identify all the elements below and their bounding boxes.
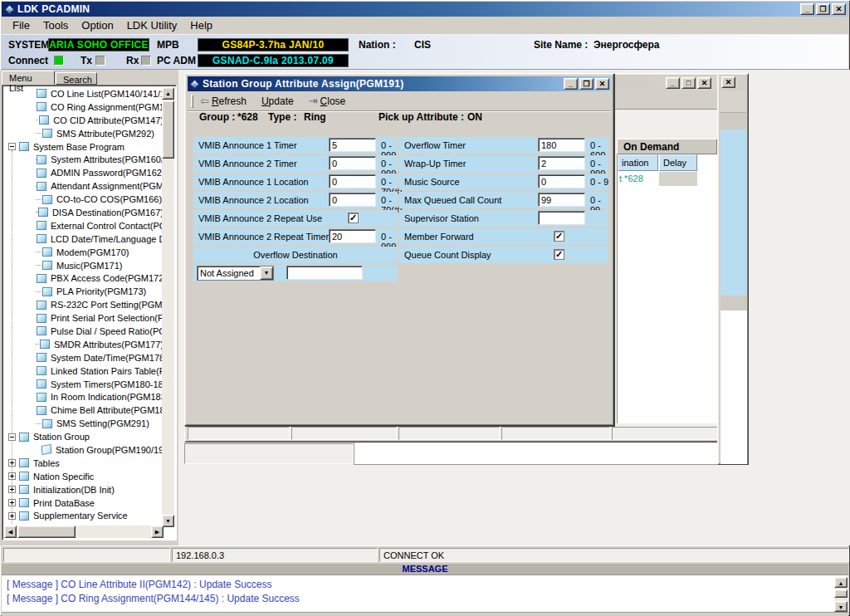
tree-item[interactable]: SMDR Attributes(PGM177)	[4, 338, 164, 351]
tree-item[interactable]: Linked Station Pairs Table(P	[4, 364, 164, 378]
tree-item[interactable]: In Room Indication(PGM183	[4, 390, 164, 403]
close-button[interactable]: ⇥Close	[309, 95, 346, 107]
minimize-icon[interactable]: _	[564, 78, 578, 90]
vmib-announce-1-location-field[interactable]	[329, 174, 376, 188]
tree-item[interactable]: Print DataBase	[4, 496, 164, 510]
menu-ldk-utility[interactable]: LDK Utility	[121, 17, 183, 33]
member-forward-checkbox[interactable]: ✓	[554, 231, 564, 242]
cube-icon	[19, 142, 29, 151]
max-queued-call-count-field[interactable]	[538, 193, 585, 207]
minimize-icon[interactable]: _	[800, 3, 814, 15]
tree-item[interactable]: External Control Contact(PC	[4, 219, 164, 232]
queue-count-display-checkbox[interactable]: ✓	[554, 249, 564, 260]
tree-item[interactable]: RS-232C Port Setting(PGM1	[4, 298, 164, 311]
mpb-version-value: GS84P-3.7ha JAN/10	[198, 38, 349, 51]
tree-item[interactable]: Print Serial Port Selection(P	[4, 311, 164, 325]
tree-item[interactable]: CO Line List(PGM140/141/1	[4, 87, 164, 100]
tree-connector	[36, 265, 42, 266]
tree-item[interactable]: Music(PGM171)	[4, 259, 164, 272]
menu-option[interactable]: Option	[76, 17, 119, 33]
tree-item[interactable]: Initialization(DB Init)	[4, 483, 164, 496]
update-button[interactable]: Update	[261, 95, 294, 107]
expand-icon[interactable]	[8, 472, 16, 480]
tree-hscrollbar[interactable]: ◀ ▶	[4, 526, 164, 538]
vmib-announce-2-repeat-use-checkbox[interactable]: ✓	[348, 213, 359, 223]
music-source-field[interactable]	[538, 174, 585, 188]
tree-item[interactable]: Station Group	[4, 430, 164, 443]
message-scrollbar[interactable]: ▲ ▼	[834, 577, 848, 612]
scroll-left-icon[interactable]: ◀	[4, 526, 17, 538]
maximize-icon[interactable]: □	[681, 77, 696, 89]
tree-item[interactable]: DISA Destination(PGM167)	[4, 206, 164, 219]
tree-item[interactable]: Station Group(PGM190/191	[4, 443, 164, 457]
tree-item[interactable]: PBX Access Code(PGM172)	[4, 271, 164, 285]
tree-item[interactable]: CO CID Attribute(PGM147)	[4, 114, 164, 127]
tree-item[interactable]: CO Ring Assignment(PGM14	[4, 100, 164, 114]
tree-item[interactable]: Modem(PGM170)	[4, 246, 164, 259]
tree-item[interactable]: System Base Program	[4, 140, 164, 154]
tree-vscrollbar[interactable]: ▲ ▼	[162, 87, 174, 527]
column-header-destination[interactable]: ination	[618, 154, 658, 171]
tree-item[interactable]: LCD Date/Time/Language D	[4, 232, 164, 246]
close-icon[interactable]: ✕	[832, 3, 846, 15]
tree-item[interactable]: Chime Bell Attribute(PGM18	[4, 403, 164, 417]
menu-help[interactable]: Help	[184, 17, 218, 33]
toolbar-grip[interactable]	[191, 95, 193, 108]
tree-vscroll-thumb[interactable]	[162, 100, 174, 159]
close-icon[interactable]: ✕	[697, 77, 711, 89]
scroll-down-icon[interactable]: ▼	[162, 515, 174, 527]
tree-hscroll-thumb[interactable]	[17, 526, 76, 538]
overflow-destination-extra-field[interactable]	[286, 266, 363, 280]
tree-item[interactable]: System Timers(PGM180-182	[4, 378, 164, 391]
tree-connector	[36, 252, 42, 252]
scroll-up-icon[interactable]: ▲	[834, 577, 848, 588]
overflow-timer-field[interactable]	[538, 138, 585, 152]
scroll-right-icon[interactable]: ▶	[151, 526, 164, 538]
form-row: VMIB Announce 2 Timer0 - 999	[193, 155, 398, 172]
tree-item[interactable]: Nation Specific	[4, 470, 164, 483]
expand-icon[interactable]	[8, 512, 16, 520]
expand-icon[interactable]	[8, 459, 16, 467]
restore-icon[interactable]: ❐	[579, 78, 594, 90]
menu-tools[interactable]: Tools	[37, 17, 74, 33]
collapse-icon[interactable]	[8, 143, 16, 150]
message-scroll-thumb[interactable]	[834, 589, 848, 598]
expand-icon[interactable]	[8, 499, 16, 506]
scroll-up-icon[interactable]: ▲	[162, 87, 174, 100]
tree-item[interactable]: CO-to-CO COS(PGM166)	[4, 193, 164, 206]
wrap-up-timer-field[interactable]	[538, 156, 585, 170]
close-icon[interactable]: ✕	[595, 78, 609, 90]
vmib-announce-2-location-field[interactable]	[329, 193, 376, 207]
tree-item[interactable]: Supplementary Service	[4, 510, 164, 523]
vmib-announce-2-timer-field[interactable]	[329, 156, 376, 170]
tree-item[interactable]: System Date/Time(PGM178)	[4, 351, 164, 364]
table-row-delay-cell[interactable]	[659, 172, 697, 186]
collapse-icon[interactable]	[8, 433, 16, 441]
tree-item[interactable]: SMS Setting(PGM291)	[4, 417, 164, 430]
tree-item-label: Initialization(DB Init)	[33, 485, 115, 495]
restore-icon[interactable]: ❐	[816, 3, 830, 15]
vmib-announce-1-timer-field[interactable]	[329, 138, 376, 152]
tree-connector	[36, 423, 42, 424]
supervisor-station-field[interactable]	[538, 211, 585, 225]
tree-item[interactable]: System Attributes(PGM160/	[4, 153, 164, 166]
scroll-down-icon[interactable]: ▼	[834, 601, 848, 612]
tree-item[interactable]: SMS Attribute(PGM292)	[4, 127, 164, 140]
overflow-destination-select[interactable]: Not Assigned▼	[197, 266, 274, 281]
tree-item[interactable]: Pulse Dial / Speed Ratio(PGI	[4, 325, 164, 338]
tree-item[interactable]: Tables	[4, 457, 164, 470]
tree-item[interactable]: Attendant Assignment(PGM	[4, 179, 164, 193]
expand-icon[interactable]	[8, 486, 16, 493]
menu-file[interactable]: File	[7, 17, 36, 33]
tab-menu-list[interactable]: Menu List	[2, 71, 55, 85]
column-header-delay[interactable]: Delay	[659, 154, 697, 171]
tree-item[interactable]: PLA Priority(PGM173)	[4, 285, 164, 298]
refresh-button[interactable]: ⇦Refresh	[200, 95, 247, 107]
minimize-icon[interactable]: _	[666, 77, 680, 89]
tree-item[interactable]: ADMIN Password(PGM162)	[4, 166, 164, 179]
vmib-announce-2-repeat-timer-field[interactable]	[329, 229, 376, 243]
close-icon[interactable]: ✕	[721, 76, 735, 88]
table-row-destination[interactable]: t *628	[619, 174, 643, 183]
tab-search[interactable]: Search	[56, 72, 97, 85]
chevron-down-icon[interactable]: ▼	[260, 266, 273, 280]
